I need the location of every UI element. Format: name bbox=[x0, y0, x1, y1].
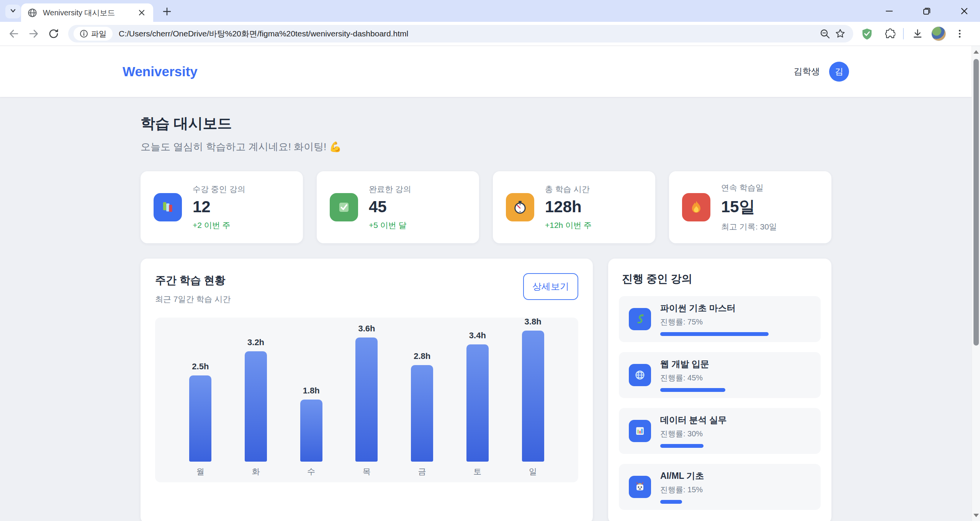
course-item-web[interactable]: 웹 개발 입문 진행률: 45% bbox=[619, 352, 821, 398]
page-content: Weniversity 김학생 김 학습 대시보드 오늘도 열심히 학습하고 계… bbox=[0, 46, 980, 521]
globe-icon bbox=[629, 364, 651, 386]
bar-column-sat: 3.4h 토 bbox=[456, 331, 499, 477]
bar-value-label: 3.4h bbox=[469, 331, 486, 341]
page-scrollbar[interactable] bbox=[972, 46, 980, 521]
stat-delta: 최고 기록: 30일 bbox=[721, 221, 777, 232]
stat-label: 총 학습 시간 bbox=[545, 184, 592, 195]
close-window-button[interactable] bbox=[955, 2, 973, 20]
scrollbar-down-arrow[interactable] bbox=[972, 510, 980, 520]
chevron-down-icon bbox=[9, 7, 17, 16]
restore-button[interactable] bbox=[918, 2, 936, 20]
robot-icon bbox=[629, 476, 651, 498]
reload-icon bbox=[47, 28, 60, 40]
bar-fri bbox=[411, 365, 433, 462]
url-file-chip[interactable]: 파일 bbox=[74, 27, 113, 41]
bar-wed bbox=[300, 400, 322, 462]
bar-chart: 2.5h 월 3.2h 화 1.8h 수 3. bbox=[155, 318, 578, 482]
course-progress-label: 진행률: 75% bbox=[660, 317, 811, 327]
user-avatar[interactable]: 김 bbox=[829, 62, 849, 82]
browser-tab[interactable]: Weniversity 대시보드 bbox=[21, 3, 153, 22]
profile-avatar[interactable] bbox=[931, 26, 946, 41]
course-progress-label: 진행률: 15% bbox=[660, 485, 811, 495]
scrollbar-thumb[interactable] bbox=[973, 59, 979, 346]
chart-subtitle: 최근 7일간 학습 시간 bbox=[155, 294, 231, 305]
page-title: 학습 대시보드 bbox=[141, 114, 831, 133]
course-item-aiml[interactable]: AI/ML 기초 진행률: 15% bbox=[619, 464, 821, 510]
window-controls bbox=[880, 0, 973, 22]
extensions-puzzle-icon[interactable] bbox=[881, 25, 898, 42]
tab-title: Weniversity 대시보드 bbox=[43, 8, 136, 18]
check-icon bbox=[330, 193, 358, 221]
bar-mon bbox=[189, 375, 211, 462]
course-name: 데이터 분석 실무 bbox=[660, 414, 811, 426]
bar-column-thu: 3.6h 목 bbox=[345, 324, 388, 477]
bar-column-wed: 1.8h 수 bbox=[290, 386, 332, 477]
zoom-out-icon[interactable] bbox=[817, 26, 833, 41]
progress-bar bbox=[660, 388, 805, 392]
bookmark-star-icon[interactable] bbox=[833, 26, 848, 41]
weekly-chart-card: 주간 학습 현황 최근 7일간 학습 시간 상세보기 2.5h 월 3.2h 화 bbox=[141, 259, 593, 521]
bar-column-mon: 2.5h 월 bbox=[179, 362, 221, 477]
url-text[interactable]: C:/Users/cherr/OneDrive/바탕%20화면/figma%20… bbox=[119, 28, 817, 39]
forward-arrow-icon bbox=[28, 28, 40, 40]
stat-card-total-hours: 총 학습 시간 128h +12h 이번 주 bbox=[493, 171, 655, 243]
user-box: 김학생 김 bbox=[793, 62, 849, 82]
adblock-shield-icon[interactable] bbox=[859, 25, 875, 42]
globe-favicon-icon bbox=[27, 8, 38, 18]
reload-button[interactable] bbox=[45, 25, 62, 42]
stat-value: 45 bbox=[369, 198, 411, 216]
plus-icon bbox=[163, 7, 171, 16]
site-logo[interactable]: Weniversity bbox=[123, 64, 198, 79]
detail-button[interactable]: 상세보기 bbox=[523, 273, 578, 300]
browser-toolbar: 파일 C:/Users/cherr/OneDrive/바탕%20화면/figma… bbox=[0, 22, 980, 46]
bar-value-label: 2.5h bbox=[192, 362, 209, 372]
bar-sat bbox=[466, 344, 489, 462]
downloads-icon[interactable] bbox=[909, 25, 926, 42]
flame-icon bbox=[682, 193, 710, 221]
python-snake-icon bbox=[629, 308, 651, 330]
stat-label: 연속 학습일 bbox=[721, 182, 777, 193]
bar-value-label: 1.8h bbox=[303, 386, 320, 396]
user-name: 김학생 bbox=[793, 66, 820, 77]
toolbar-separator bbox=[903, 28, 904, 39]
minimize-button[interactable] bbox=[880, 2, 898, 20]
bar-day-label: 월 bbox=[196, 466, 205, 477]
stat-value: 128h bbox=[545, 198, 592, 216]
scrollbar-up-arrow[interactable] bbox=[972, 47, 980, 57]
stopwatch-icon bbox=[506, 193, 534, 221]
books-icon bbox=[154, 193, 182, 221]
bar-value-label: 3.2h bbox=[247, 338, 264, 347]
tab-close-icon[interactable] bbox=[136, 7, 147, 18]
menu-kebab-icon[interactable] bbox=[951, 25, 968, 42]
chart-title: 주간 학습 현황 bbox=[155, 273, 231, 288]
course-item-python[interactable]: 파이썬 기초 마스터 진행률: 75% bbox=[619, 296, 821, 342]
forward-button[interactable] bbox=[25, 25, 42, 42]
bar-column-sun: 3.8h 일 bbox=[512, 317, 554, 477]
stat-label: 수강 중인 강의 bbox=[193, 184, 245, 195]
tab-search-button[interactable] bbox=[5, 5, 21, 18]
bar-sun bbox=[522, 331, 544, 462]
stat-card-completed: 완료한 강의 45 +5 이번 달 bbox=[317, 171, 479, 243]
course-progress-label: 진행률: 45% bbox=[660, 373, 811, 383]
bar-day-label: 일 bbox=[529, 466, 537, 477]
new-tab-button[interactable] bbox=[160, 5, 174, 18]
bar-value-label: 3.8h bbox=[525, 317, 542, 327]
progress-bar bbox=[660, 332, 805, 336]
url-chip-label: 파일 bbox=[91, 29, 106, 39]
bar-value-label: 3.6h bbox=[358, 324, 375, 334]
course-name: 파이썬 기초 마스터 bbox=[660, 302, 811, 314]
progress-bar bbox=[660, 500, 805, 504]
course-item-data[interactable]: 데이터 분석 실무 진행률: 30% bbox=[619, 408, 821, 454]
courses-panel: 진행 중인 강의 파이썬 기초 마스터 진행률: 75% bbox=[608, 259, 831, 521]
bar-column-tue: 3.2h 화 bbox=[235, 338, 277, 477]
bar-thu bbox=[355, 338, 378, 462]
stats-row: 수강 중인 강의 12 +2 이번 주 완료한 강의 45 +5 이번 달 bbox=[141, 171, 831, 243]
course-name: 웹 개발 입문 bbox=[660, 358, 811, 370]
page-subtitle: 오늘도 열심히 학습하고 계시네요! 화이팅! 💪 bbox=[141, 140, 831, 154]
bar-tue bbox=[245, 351, 267, 462]
stat-card-enrolled: 수강 중인 강의 12 +2 이번 주 bbox=[141, 171, 303, 243]
address-bar[interactable]: 파일 C:/Users/cherr/OneDrive/바탕%20화면/figma… bbox=[68, 25, 853, 43]
toolbar-extensions-area bbox=[859, 25, 968, 42]
bar-chart-icon bbox=[629, 420, 651, 442]
back-button[interactable] bbox=[5, 25, 22, 42]
